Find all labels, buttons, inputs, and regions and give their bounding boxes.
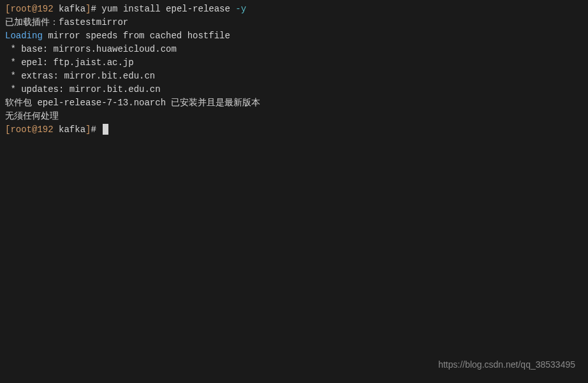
output-line-4: * epel: ftp.jaist.ac.jp bbox=[5, 56, 583, 70]
output-line-3: * base: mirrors.huaweicloud.com bbox=[5, 43, 583, 56]
command-flag: -y bbox=[235, 4, 246, 14]
prompt-host: 192 bbox=[37, 124, 53, 135]
output-line-8: 无须任何处理 bbox=[5, 110, 583, 123]
prompt-host: 192 bbox=[37, 4, 53, 14]
loading-rest: mirror speeds from cached hostfile bbox=[43, 31, 230, 41]
prompt-user: root bbox=[10, 124, 32, 135]
prompt-dir: kafka bbox=[54, 4, 85, 14]
cursor-icon bbox=[103, 124, 108, 135]
command-text: yum install epel-release bbox=[101, 4, 235, 14]
prompt-hash: # bbox=[91, 124, 101, 135]
output-line-5: * extras: mirror.bit.edu.cn bbox=[5, 70, 583, 83]
output-line-6: * updates: mirror.bit.edu.cn bbox=[5, 83, 583, 96]
prompt-dir: kafka bbox=[54, 124, 85, 135]
output-line-1: 已加载插件：fastestmirror bbox=[5, 16, 583, 29]
output-line-2: Loading mirror speeds from cached hostfi… bbox=[5, 29, 583, 43]
prompt-hash: # bbox=[91, 4, 101, 14]
output-line-7: 软件包 epel-release-7-13.noarch 已安装并且是最新版本 bbox=[5, 96, 583, 110]
command-line-1: [root@192 kafka]# yum install epel-relea… bbox=[5, 3, 583, 16]
watermark-text: https://blog.csdn.net/qq_38533495 bbox=[438, 358, 575, 372]
prompt-user: root bbox=[10, 4, 32, 14]
loading-text: Loading bbox=[5, 31, 43, 41]
command-line-2[interactable]: [root@192 kafka]# bbox=[5, 123, 583, 137]
